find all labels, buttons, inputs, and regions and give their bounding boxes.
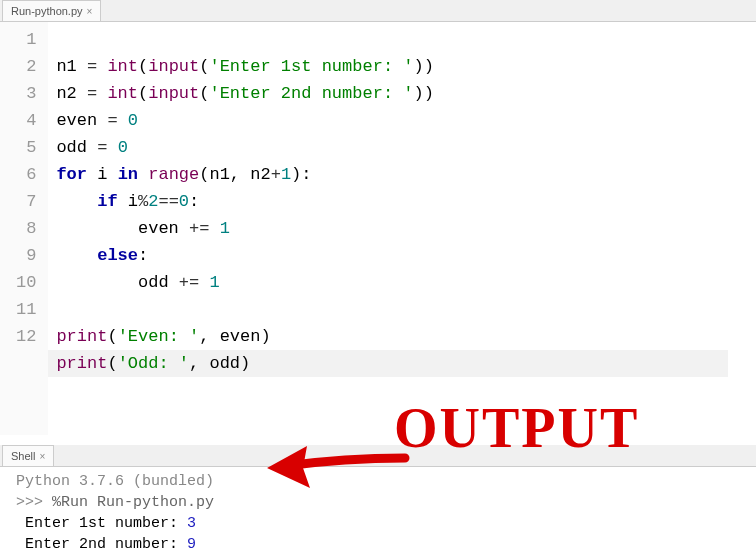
line-number: 11 — [16, 296, 36, 323]
line-number: 6 — [16, 161, 36, 188]
editor-tab-label: Run-python.py — [11, 5, 83, 17]
line-number: 10 — [16, 269, 36, 296]
shell-prompt: >>> — [16, 494, 52, 511]
shell-tab-label: Shell — [11, 450, 35, 462]
line-number: 12 — [16, 323, 36, 350]
shell-panel: Shell × Python 3.7.6 (bundled) >>> %Run … — [0, 445, 756, 553]
shell-tab[interactable]: Shell × — [2, 445, 54, 466]
shell-output[interactable]: Python 3.7.6 (bundled) >>> %Run Run-pyth… — [0, 467, 756, 553]
line-number: 8 — [16, 215, 36, 242]
output-value: 9 — [187, 536, 196, 553]
code-area[interactable]: n1 = int(input('Enter 1st number: ')) n2… — [48, 22, 736, 435]
shell-tab-bar: Shell × — [0, 445, 756, 467]
editor-tab[interactable]: Run-python.py × — [2, 0, 101, 21]
line-number: 9 — [16, 242, 36, 269]
line-number: 5 — [16, 134, 36, 161]
line-gutter: 1 2 3 4 5 6 7 8 9 10 11 12 — [0, 22, 48, 435]
line-number: 7 — [16, 188, 36, 215]
code-editor[interactable]: 1 2 3 4 5 6 7 8 9 10 11 12 n1 = int(inpu… — [0, 22, 756, 435]
output-line: Enter 1st number: — [25, 515, 187, 532]
line-number: 1 — [16, 26, 36, 53]
line-number: 4 — [16, 107, 36, 134]
line-number: 2 — [16, 53, 36, 80]
shell-command: %Run Run-python.py — [52, 494, 214, 511]
close-icon[interactable]: × — [87, 6, 93, 17]
close-icon[interactable]: × — [39, 451, 45, 462]
output-line: Enter 2nd number: — [25, 536, 187, 553]
python-version: Python 3.7.6 (bundled) — [16, 473, 214, 490]
editor-tab-bar: Run-python.py × — [0, 0, 756, 22]
output-value: 3 — [187, 515, 196, 532]
line-number: 3 — [16, 80, 36, 107]
